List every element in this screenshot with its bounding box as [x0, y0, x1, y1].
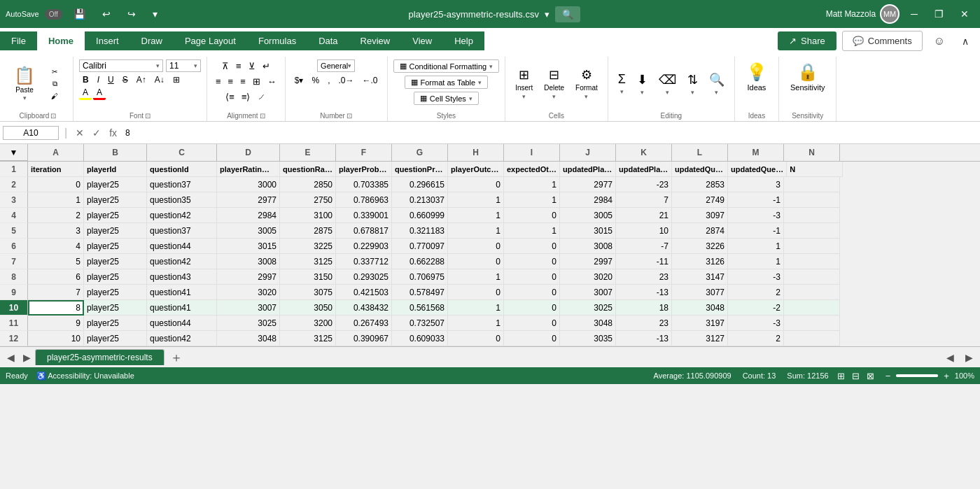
cell-J6[interactable]: 3008: [560, 239, 616, 254]
cell-j1[interactable]: updatedPla…: [560, 162, 616, 177]
wrap-text-button[interactable]: ↵: [260, 59, 273, 73]
cell-D11[interactable]: 3025: [217, 316, 280, 331]
zoom-out-button[interactable]: −: [883, 369, 894, 383]
cell-A6[interactable]: 4: [28, 239, 84, 254]
font-launcher-icon[interactable]: ⊡: [145, 112, 150, 120]
zoom-in-button[interactable]: +: [941, 369, 952, 383]
cell-N7[interactable]: [784, 254, 840, 269]
cell-C12[interactable]: question42: [147, 331, 217, 346]
cell-B8[interactable]: player25: [84, 269, 147, 285]
align-center-button[interactable]: ≡: [225, 75, 237, 88]
cell-F12[interactable]: 0.390967: [336, 331, 392, 346]
col-header-k[interactable]: K: [616, 144, 672, 161]
cell-N10[interactable]: [784, 300, 840, 316]
cell-b1[interactable]: playerId: [84, 162, 147, 177]
save-button[interactable]: 💾: [68, 6, 91, 22]
col-header-m[interactable]: M: [728, 144, 784, 161]
cell-L5[interactable]: 2874: [672, 223, 728, 239]
format-as-table-button[interactable]: ▦ Format as Table ▾: [405, 76, 489, 89]
tab-page-layout[interactable]: Page Layout: [174, 31, 247, 50]
cell-N12[interactable]: [784, 331, 840, 346]
align-bottom-button[interactable]: ⊻: [246, 59, 258, 73]
cell-I6[interactable]: 0: [504, 239, 560, 254]
col-header-d[interactable]: D: [217, 144, 280, 161]
row-header-6[interactable]: 6: [0, 239, 28, 254]
cell-B12[interactable]: player25: [84, 331, 147, 346]
cell-C9[interactable]: question41: [147, 285, 217, 300]
cell-I3[interactable]: 1: [504, 192, 560, 208]
cell-H3[interactable]: 1: [448, 192, 504, 208]
cell-K8[interactable]: 23: [616, 269, 672, 285]
cell-B5[interactable]: player25: [84, 223, 147, 239]
cell-K7[interactable]: -11: [616, 254, 672, 269]
cell-G4[interactable]: 0.660999: [392, 208, 448, 223]
cell-E12[interactable]: 3125: [280, 331, 336, 346]
font-size-dropdown[interactable]: 11 ▾: [166, 59, 201, 72]
font-color-button[interactable]: A: [93, 87, 106, 100]
cell-N2[interactable]: [784, 177, 840, 192]
cell-E4[interactable]: 3100: [280, 208, 336, 223]
tab-help[interactable]: Help: [443, 31, 484, 50]
delete-cells-button[interactable]: ⊟ Delete ▾: [540, 66, 568, 101]
cell-G8[interactable]: 0.706975: [392, 269, 448, 285]
copy-button[interactable]: ⧉: [42, 78, 67, 90]
cell-E10[interactable]: 3050: [280, 300, 336, 316]
cell-D5[interactable]: 3005: [217, 223, 280, 239]
find-select-button[interactable]: 🔍 ▾: [705, 71, 729, 97]
cell-E6[interactable]: 3225: [280, 239, 336, 254]
cell-H5[interactable]: 1: [448, 223, 504, 239]
cell-C3[interactable]: question35: [147, 192, 217, 208]
cell-g1[interactable]: questionPr…: [392, 162, 448, 177]
col-header-c[interactable]: C: [147, 144, 217, 161]
comma-button[interactable]: ,: [324, 74, 333, 87]
minimize-button[interactable]: ─: [905, 6, 923, 22]
cell-K3[interactable]: 7: [616, 192, 672, 208]
cell-E9[interactable]: 3075: [280, 285, 336, 300]
tab-formulas[interactable]: Formulas: [247, 31, 307, 50]
tab-data[interactable]: Data: [307, 31, 349, 50]
cell-A2[interactable]: 0: [28, 177, 84, 192]
decrease-font-button[interactable]: A↓: [151, 74, 168, 85]
cell-G10[interactable]: 0.561568: [392, 300, 448, 316]
cell-E11[interactable]: 3200: [280, 316, 336, 331]
cell-F4[interactable]: 0.339001: [336, 208, 392, 223]
format-cells-button[interactable]: ⚙ Format ▾: [571, 66, 602, 101]
sensitivity-button[interactable]: 🔒 Sensitivity: [785, 59, 831, 94]
cell-f1[interactable]: playerProb…: [336, 162, 392, 177]
number-launcher-icon[interactable]: ⊡: [346, 112, 352, 120]
cell-L4[interactable]: 3097: [672, 208, 728, 223]
cell-B9[interactable]: player25: [84, 285, 147, 300]
cell-L7[interactable]: 3126: [672, 254, 728, 269]
cell-F9[interactable]: 0.421503: [336, 285, 392, 300]
cell-N5[interactable]: [784, 223, 840, 239]
col-header-g[interactable]: G: [392, 144, 448, 161]
cell-L6[interactable]: 3226: [672, 239, 728, 254]
indent-decrease-button[interactable]: ⟨≡: [223, 90, 237, 104]
cell-M12[interactable]: 2: [728, 331, 784, 346]
row-header-7[interactable]: 7: [0, 254, 28, 269]
cell-B6[interactable]: player25: [84, 239, 147, 254]
cell-I2[interactable]: 1: [504, 177, 560, 192]
cell-L10[interactable]: 3048: [672, 300, 728, 316]
format-painter-button[interactable]: 🖌: [42, 91, 67, 101]
font-name-dropdown[interactable]: Calibri ▾: [79, 59, 163, 72]
cell-C2[interactable]: question37: [147, 177, 217, 192]
cell-G3[interactable]: 0.213037: [392, 192, 448, 208]
italic-button[interactable]: I: [94, 74, 103, 85]
cell-D3[interactable]: 2977: [217, 192, 280, 208]
cell-G12[interactable]: 0.609033: [392, 331, 448, 346]
sheet-tab-active[interactable]: player25-asymmetric-results: [35, 349, 164, 365]
cell-ref-input[interactable]: [3, 126, 59, 140]
cell-L11[interactable]: 3197: [672, 316, 728, 331]
cell-A11[interactable]: 9: [28, 316, 84, 331]
cell-K12[interactable]: -13: [616, 331, 672, 346]
cell-B11[interactable]: player25: [84, 316, 147, 331]
cell-A3[interactable]: 1: [28, 192, 84, 208]
autosave-toggle[interactable]: Off: [45, 9, 62, 20]
cell-D9[interactable]: 3020: [217, 285, 280, 300]
select-all-button[interactable]: ▼: [0, 144, 28, 161]
cell-D10[interactable]: 3007: [217, 300, 280, 316]
insert-cells-button[interactable]: ⊞ Insert ▾: [511, 66, 537, 101]
col-header-h[interactable]: H: [448, 144, 504, 161]
underline-button[interactable]: U: [104, 74, 118, 85]
